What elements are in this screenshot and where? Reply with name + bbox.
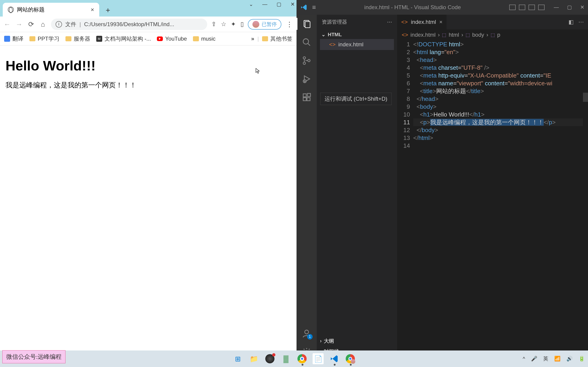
bookmarks-overflow-icon[interactable]: »	[251, 35, 254, 42]
account-icon[interactable]: 1	[302, 328, 312, 339]
profile-label: 已暂停	[262, 21, 277, 28]
browser-window-controls: ⌄ — ▢ ✕	[249, 1, 295, 7]
html-file-icon: <>	[329, 41, 336, 48]
outline-panel[interactable]: ›大纲	[317, 336, 397, 346]
search-icon[interactable]	[302, 37, 312, 47]
tray-battery-icon[interactable]: 🔋	[579, 356, 585, 362]
panel-icon[interactable]: ▯	[241, 21, 244, 28]
system-tray: ^ 🎤 英 📶 🔊 🔋	[523, 355, 585, 362]
vscode-taskbar-icon[interactable]	[329, 353, 340, 364]
bookmark-server[interactable]: 服务器	[65, 35, 90, 42]
layout-right-icon[interactable]	[528, 5, 535, 10]
editor-actions: ◧ ⋯	[569, 19, 588, 25]
file-item[interactable]: <> index.html	[320, 39, 394, 50]
tray-mic-icon[interactable]: 🎤	[531, 356, 537, 362]
split-editor-icon[interactable]: ◧	[569, 19, 574, 25]
tray-lang[interactable]: 英	[543, 355, 548, 362]
line-gutter: 1234567891011121314	[397, 40, 413, 357]
layout-custom-icon[interactable]	[538, 5, 545, 10]
windows-taskbar: 微信公众号:远峰编程 ⊞ 📁 ▓ 📄 ^ 🎤 英 📶 🔊 🔋	[0, 350, 588, 367]
html-file-icon: <>	[401, 19, 408, 25]
bookmark-translate[interactable]: 翻译	[4, 35, 23, 42]
editor-tab[interactable]: <> index.html ×	[397, 15, 447, 29]
tab-strip: 网站的标题 × + ⌄ — ▢ ✕	[0, 0, 296, 17]
maximize-icon[interactable]: ▢	[277, 1, 281, 7]
svg-point-12	[305, 330, 309, 334]
dropdown-icon[interactable]: ⌄	[249, 1, 253, 7]
tab-close-icon[interactable]: ×	[91, 6, 94, 13]
tray-volume-icon[interactable]: 🔊	[566, 356, 573, 362]
extensions-icon[interactable]	[302, 92, 312, 102]
bookmark-youtube[interactable]: YouTube	[157, 35, 187, 42]
kebab-menu-icon[interactable]: ⋮	[285, 20, 293, 28]
other-bookmarks[interactable]: 其他书签	[262, 35, 292, 42]
tab-close-icon[interactable]: ×	[439, 19, 442, 25]
app-icon[interactable]: ▓	[280, 353, 292, 364]
bookmark-docs[interactable]: M文档与网站架构 -...	[96, 35, 151, 42]
more-icon[interactable]: ⋯	[578, 19, 584, 25]
star-icon[interactable]: ☆	[221, 21, 226, 28]
svg-point-2	[303, 39, 309, 44]
tray-wifi-icon[interactable]: 📶	[554, 356, 561, 362]
start-button[interactable]: ⊞	[232, 353, 243, 364]
address-label: 文件	[65, 21, 76, 28]
tab-title: 网站的标题	[17, 6, 44, 13]
editor: <> index.html × ◧ ⋯ <> index.html› ⬚html…	[397, 15, 588, 357]
bookmark-ppt[interactable]: PPT学习	[29, 35, 60, 42]
run-debug-icon[interactable]	[302, 74, 312, 84]
activity-tooltip: 运行和调试 (Ctrl+Shift+D)	[320, 93, 392, 105]
close-icon[interactable]: ✕	[291, 1, 295, 7]
extensions-icon[interactable]: ✦	[231, 21, 236, 28]
home-button[interactable]: ⌂	[39, 20, 47, 28]
svg-point-4	[303, 57, 305, 59]
element-icon: ⬚	[491, 32, 495, 38]
file-explorer-icon[interactable]: 📁	[248, 353, 259, 364]
address-bar[interactable]: i 文件 | C:/Users/19936/Desktop/HTML/ind..…	[51, 19, 207, 30]
taskbar-apps: ⊞ 📁 ▓ 📄	[232, 353, 356, 364]
maximize-icon[interactable]: ▢	[567, 4, 572, 10]
svg-rect-9	[303, 98, 306, 101]
minimap[interactable]	[583, 40, 588, 357]
browser-tab[interactable]: 网站的标题 ×	[3, 3, 99, 17]
obs-icon[interactable]	[264, 353, 275, 364]
more-icon[interactable]: ⋯	[387, 19, 392, 25]
code-editor[interactable]: 1234567891011121314 <!DOCTYPE html> <htm…	[397, 40, 588, 357]
address-row: ← → ⟳ ⌂ i 文件 | C:/Users/19936/Desktop/HT…	[0, 17, 296, 32]
chrome-profile-icon[interactable]	[345, 353, 356, 364]
chrome-icon[interactable]	[296, 353, 308, 364]
svg-rect-10	[307, 98, 310, 101]
code-content: <!DOCTYPE html> <html lang="en"> <head> …	[413, 40, 588, 357]
tray-chevron-icon[interactable]: ^	[523, 356, 525, 362]
chevron-down-icon: ⌄	[321, 32, 326, 38]
layout-left-icon[interactable]	[509, 5, 516, 10]
svg-rect-8	[303, 94, 306, 97]
layout-toggles	[509, 5, 545, 10]
explorer-icon[interactable]	[302, 19, 312, 29]
folder-icon	[65, 36, 71, 41]
back-button[interactable]: ←	[3, 20, 11, 28]
bookmarks-bar: 翻译 PPT学习 服务器 M文档与网站架构 -... YouTube music…	[0, 32, 296, 45]
svg-point-6	[308, 59, 310, 62]
minimize-icon[interactable]: —	[554, 4, 559, 10]
site-info-icon[interactable]: i	[56, 21, 62, 27]
page-heading: Hello World!!!	[6, 58, 291, 74]
share-icon[interactable]: ⇪	[211, 21, 216, 28]
breadcrumb[interactable]: <> index.html› ⬚html› ⬚body› ⬚p	[397, 29, 588, 40]
project-folder[interactable]: ⌄ HTML	[320, 30, 394, 39]
bookmark-music[interactable]: music	[193, 35, 216, 42]
reload-button[interactable]: ⟳	[27, 20, 35, 28]
layout-bottom-icon[interactable]	[519, 5, 525, 10]
document-icon[interactable]: 📄	[313, 353, 324, 364]
source-control-icon[interactable]	[302, 56, 312, 66]
minimap-slider[interactable]	[583, 93, 588, 102]
new-tab-button[interactable]: +	[103, 4, 113, 17]
element-icon: ⬚	[466, 32, 470, 38]
close-icon[interactable]: ✕	[580, 4, 584, 10]
hamburger-menu-icon[interactable]: ≡	[312, 4, 316, 11]
minimize-icon[interactable]: —	[262, 1, 267, 7]
profile-chip[interactable]: 已暂停	[248, 19, 281, 30]
vscode-logo-icon	[300, 4, 308, 11]
project-name: HTML	[328, 32, 342, 38]
avatar-icon	[252, 21, 259, 28]
forward-button[interactable]: →	[15, 20, 23, 28]
